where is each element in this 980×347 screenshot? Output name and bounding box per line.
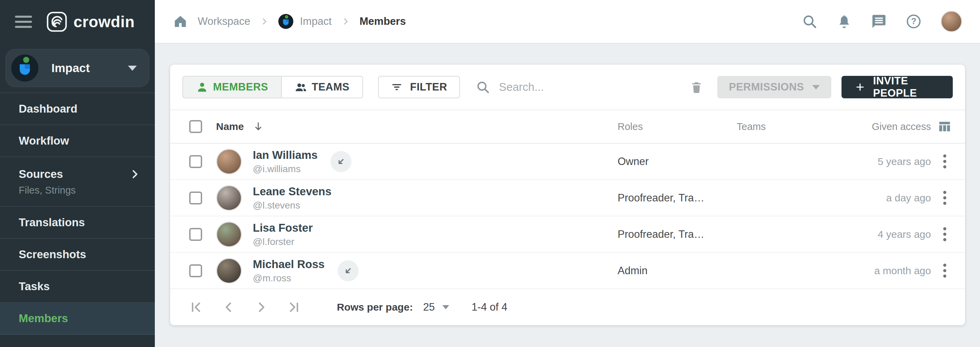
- project-switcher[interactable]: Impact: [5, 49, 150, 87]
- project-logo-icon: [11, 54, 38, 82]
- next-page-icon[interactable]: [255, 301, 268, 314]
- member-handle: @m.ross: [253, 273, 325, 284]
- column-header-teams: Teams: [737, 121, 839, 132]
- sidebar-item-tasks[interactable]: Tasks: [0, 271, 155, 303]
- breadcrumb-project-label[interactable]: Impact: [300, 15, 332, 27]
- chevron-down-icon: [442, 305, 449, 309]
- table-row: Lisa Foster @l.forster Proofreader, Tra……: [170, 216, 965, 253]
- table-header: Name Roles Teams Given access: [170, 110, 965, 143]
- sidebar-item-sources-sublabel: Files, Strings: [19, 185, 155, 196]
- people-icon: [295, 81, 307, 93]
- member-handle: @l.stevens: [253, 200, 331, 211]
- sidebar-item-translations[interactable]: Translations: [0, 207, 155, 239]
- member-roles: Proofreader, Tra…: [617, 192, 737, 204]
- sidebar-item-workflow[interactable]: Workflow: [0, 125, 155, 157]
- topbar: Workspace Impact Members ?: [155, 0, 980, 43]
- member-avatar: [216, 185, 242, 211]
- table-row: Leane Stevens @l.stevens Proofreader, Tr…: [170, 180, 965, 216]
- column-header-name[interactable]: Name: [216, 121, 244, 132]
- breadcrumb-current-page: Members: [360, 15, 406, 27]
- sidebar: Impact Dashboard Workflow Sources Files,…: [0, 43, 155, 347]
- member-name[interactable]: Lisa Foster: [253, 221, 313, 234]
- last-page-icon[interactable]: [287, 301, 301, 314]
- breadcrumb-project[interactable]: Impact: [278, 14, 332, 29]
- member-handle: @i.williams: [253, 164, 318, 175]
- row-checkbox[interactable]: [189, 191, 202, 204]
- help-icon[interactable]: ?: [906, 14, 921, 29]
- joined-indicator-badge: [337, 260, 359, 281]
- chevron-right-icon: [260, 17, 269, 26]
- first-page-icon[interactable]: [189, 301, 203, 314]
- member-roles: Owner: [617, 156, 737, 168]
- pagination: Rows per page: 25 1-4 of 4: [170, 289, 965, 325]
- person-icon: [196, 81, 208, 93]
- sidebar-item-dashboard[interactable]: Dashboard: [0, 93, 155, 125]
- menu-icon[interactable]: [15, 16, 32, 28]
- breadcrumb: Workspace Impact Members: [172, 14, 406, 29]
- project-name: Impact: [51, 61, 90, 75]
- rows-per-page-select[interactable]: 25: [423, 301, 449, 313]
- member-given-access: a month ago: [839, 265, 931, 277]
- row-checkbox[interactable]: [189, 228, 202, 241]
- plus-icon: [855, 81, 865, 93]
- home-icon[interactable]: [172, 14, 188, 29]
- member-avatar: [216, 258, 242, 284]
- chevron-down-icon: [812, 85, 820, 89]
- pagination-range: 1-4 of 4: [472, 301, 508, 313]
- chevron-right-icon: [129, 169, 140, 180]
- table-row: Michael Ross @m.ross Admin a month ago: [170, 253, 965, 289]
- member-name[interactable]: Michael Ross: [253, 258, 325, 271]
- member-name[interactable]: Ian Williams: [253, 149, 318, 162]
- search-icon: [476, 80, 490, 94]
- permissions-button[interactable]: PERMISSIONS: [717, 76, 831, 98]
- column-header-roles: Roles: [617, 121, 737, 132]
- member-given-access: 4 years ago: [839, 229, 931, 240]
- breadcrumb-workspace[interactable]: Workspace: [198, 15, 250, 27]
- sidebar-nav: Dashboard Workflow Sources Files, String…: [0, 92, 155, 335]
- row-checkbox[interactable]: [189, 264, 202, 277]
- row-menu-button[interactable]: [940, 224, 949, 244]
- member-given-access: 5 years ago: [839, 156, 931, 167]
- arrow-southwest-icon: [343, 265, 353, 276]
- sidebar-item-members[interactable]: Members: [0, 303, 155, 335]
- column-header-given-access: Given access: [839, 121, 931, 132]
- member-name[interactable]: Leane Stevens: [253, 185, 331, 198]
- member-roles: Proofreader, Tra…: [617, 228, 737, 240]
- select-all-checkbox[interactable]: [189, 120, 202, 133]
- filter-button[interactable]: FILTER: [378, 76, 460, 98]
- members-panel: MEMBERS TEAMS FILTER PERMISSIONS INVITE: [170, 65, 965, 325]
- view-tabs: MEMBERS TEAMS: [182, 76, 363, 98]
- rows-per-page-label: Rows per page:: [337, 301, 413, 313]
- member-avatar: [216, 149, 242, 175]
- crowdin-logo-icon: [46, 11, 67, 32]
- arrow-southwest-icon: [336, 156, 347, 167]
- members-toolbar: MEMBERS TEAMS FILTER PERMISSIONS INVITE: [170, 65, 965, 110]
- search-box: [476, 80, 690, 94]
- row-menu-button[interactable]: [940, 261, 949, 280]
- column-settings-icon[interactable]: [937, 119, 952, 134]
- tab-members[interactable]: MEMBERS: [182, 76, 282, 98]
- chevron-down-icon: [128, 66, 137, 71]
- messages-chat-icon[interactable]: [871, 14, 887, 29]
- sort-descending-icon[interactable]: [253, 121, 264, 132]
- sidebar-item-screenshots[interactable]: Screenshots: [0, 239, 155, 271]
- project-logo-icon: [278, 14, 293, 29]
- topbar-brand-area: crowdin: [0, 0, 155, 43]
- search-icon[interactable]: [802, 14, 817, 29]
- crowdin-wordmark: crowdin: [73, 13, 135, 31]
- filter-icon: [391, 81, 402, 93]
- delete-trash-icon[interactable]: [690, 79, 703, 95]
- user-avatar[interactable]: [940, 11, 962, 32]
- row-menu-button[interactable]: [940, 188, 949, 207]
- invite-people-button[interactable]: INVITE PEOPLE: [842, 76, 953, 98]
- crowdin-logo[interactable]: crowdin: [46, 11, 135, 32]
- row-checkbox[interactable]: [189, 155, 202, 168]
- search-input[interactable]: [498, 80, 690, 94]
- row-menu-button[interactable]: [940, 152, 949, 171]
- previous-page-icon[interactable]: [222, 301, 235, 314]
- member-roles: Admin: [617, 265, 737, 277]
- sidebar-item-sources[interactable]: Sources Files, Strings: [0, 157, 155, 207]
- member-handle: @l.forster: [253, 236, 313, 247]
- notifications-bell-icon[interactable]: [837, 14, 852, 29]
- tab-teams[interactable]: TEAMS: [282, 76, 363, 98]
